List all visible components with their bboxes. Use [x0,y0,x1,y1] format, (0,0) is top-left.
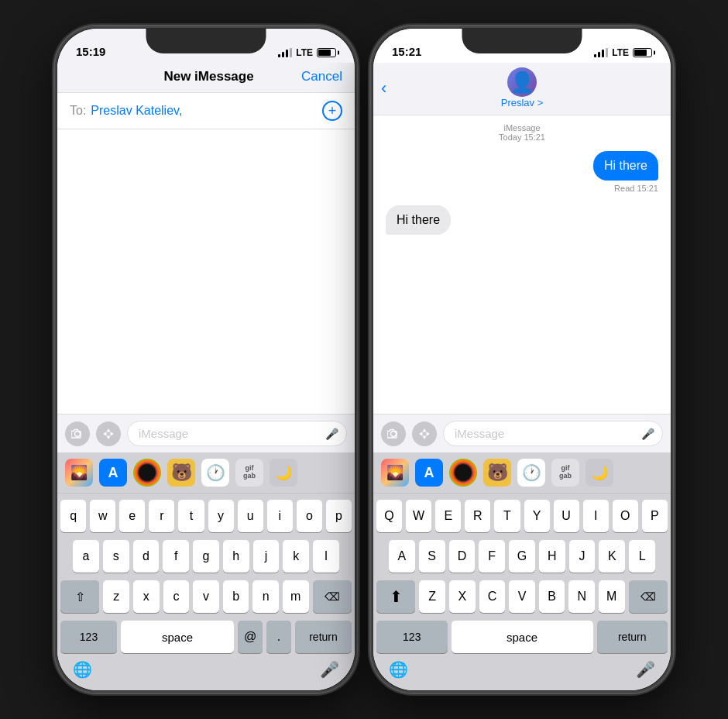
key-y[interactable]: y [208,500,234,532]
appstore-app-icon-2[interactable]: A [415,459,443,487]
key-E[interactable]: E [435,500,461,532]
music-app-icon-2[interactable] [449,459,477,487]
key-p[interactable]: p [326,500,352,532]
key-I[interactable]: I [583,500,609,532]
key-s[interactable]: s [103,540,129,573]
apps-button-2[interactable] [412,421,437,446]
to-label-1: To: [70,104,86,118]
add-recipient-button[interactable]: + [322,101,342,121]
music-app-icon[interactable] [133,459,161,487]
shift-key-2[interactable]: ⬆ [376,580,415,613]
stickers-app-icon[interactable]: gifgab [235,459,263,487]
key-C[interactable]: C [479,580,506,613]
key-S[interactable]: S [419,540,445,573]
key-A[interactable]: A [389,540,415,573]
return-key-1[interactable]: return [295,621,352,653]
key-X[interactable]: X [449,580,476,613]
key-x[interactable]: x [133,580,160,613]
signal-icon-1 [278,48,292,57]
key-z[interactable]: z [103,580,129,613]
cancel-button-1[interactable]: Cancel [301,69,342,84]
input-bar-1: iMessage 🎤 [57,414,355,452]
mic-icon-bottom-2[interactable]: 🎤 [636,660,655,679]
period-key-1[interactable]: . [266,621,291,653]
photos-app-icon-2[interactable]: 🌄 [381,459,409,487]
key-l[interactable]: l [313,540,339,573]
keyboard-row3-1: ⇧ z x c v b n m ⌫ [60,580,352,613]
key-W[interactable]: W [406,500,431,532]
delete-key-1[interactable]: ⌫ [313,580,352,613]
key-a[interactable]: a [73,540,99,573]
camera-button-1[interactable] [65,421,90,446]
key-b[interactable]: b [223,580,249,613]
key-M[interactable]: M [599,580,625,613]
key-Y[interactable]: Y [524,500,550,532]
key-Q[interactable]: Q [376,500,402,532]
key-P[interactable]: P [642,500,668,532]
photos-app-icon[interactable]: 🌄 [65,459,93,487]
numbers-key-1[interactable]: 123 [60,621,117,653]
shift-key-1[interactable]: ⇧ [60,580,99,613]
key-D[interactable]: D [449,540,476,573]
key-e[interactable]: e [119,500,145,532]
message-input-1[interactable]: iMessage 🎤 [127,421,347,446]
key-g[interactable]: g [193,540,219,573]
at-key-1[interactable]: @ [238,621,263,653]
globe-icon-2[interactable]: 🌐 [389,660,408,679]
key-T[interactable]: T [494,500,520,532]
key-k[interactable]: k [283,540,309,573]
contact-name-2[interactable]: Preslav > [501,97,544,108]
key-H[interactable]: H [539,540,565,573]
key-K[interactable]: K [599,540,625,573]
key-R[interactable]: R [465,500,490,532]
key-o[interactable]: o [297,500,322,532]
key-c[interactable]: c [163,580,190,613]
key-Z[interactable]: Z [419,580,445,613]
key-w[interactable]: w [90,500,115,532]
delete-key-2[interactable]: ⌫ [629,580,668,613]
key-F[interactable]: F [479,540,505,573]
key-v[interactable]: v [193,580,219,613]
globe-icon-1[interactable]: 🌐 [73,660,92,679]
memoji-app-icon[interactable]: 🐻 [167,459,195,487]
back-button-2[interactable]: ‹ [381,78,386,98]
to-value-1[interactable]: Preslav Kateliev, [91,104,322,118]
key-i[interactable]: i [267,500,293,532]
more-app-icon[interactable]: 🌙 [270,459,297,487]
memoji-app-icon-2[interactable]: 🐻 [483,459,511,487]
apps-button-1[interactable] [96,421,121,446]
key-N[interactable]: N [568,580,595,613]
key-u[interactable]: u [238,500,263,532]
clock-app-icon[interactable]: 🕐 [201,459,229,487]
key-m[interactable]: m [283,580,309,613]
camera-button-2[interactable] [381,421,406,446]
key-h[interactable]: h [223,540,249,573]
key-t[interactable]: t [178,500,204,532]
more-app-icon-2[interactable]: 🌙 [585,459,613,487]
key-q[interactable]: q [60,500,86,532]
key-d[interactable]: d [133,540,160,573]
space-key-1[interactable]: space [121,621,234,653]
key-G[interactable]: G [509,540,535,573]
key-U[interactable]: U [554,500,579,532]
key-V[interactable]: V [509,580,535,613]
key-j[interactable]: j [253,540,280,573]
numbers-key-2[interactable]: 123 [376,621,448,653]
message-placeholder-1: iMessage [139,427,188,440]
key-J[interactable]: J [569,540,596,573]
key-r[interactable]: r [149,500,174,532]
key-B[interactable]: B [539,580,565,613]
mic-icon-bottom-1[interactable]: 🎤 [320,660,339,679]
key-L[interactable]: L [629,540,655,573]
to-field-1: To: Preslav Kateliev, + [57,93,355,129]
key-f[interactable]: f [163,540,189,573]
return-key-2[interactable]: return [597,621,668,653]
stickers-app-icon-2[interactable]: gifgab [551,459,579,487]
key-n[interactable]: n [252,580,279,613]
appstore-app-icon[interactable]: A [99,459,127,487]
message-input-2[interactable]: iMessage 🎤 [443,421,663,446]
clock-app-icon-2[interactable]: 🕐 [517,459,545,487]
avatar-emoji: 👤 [510,71,534,95]
space-key-2[interactable]: space [452,621,593,653]
key-O[interactable]: O [613,500,638,532]
